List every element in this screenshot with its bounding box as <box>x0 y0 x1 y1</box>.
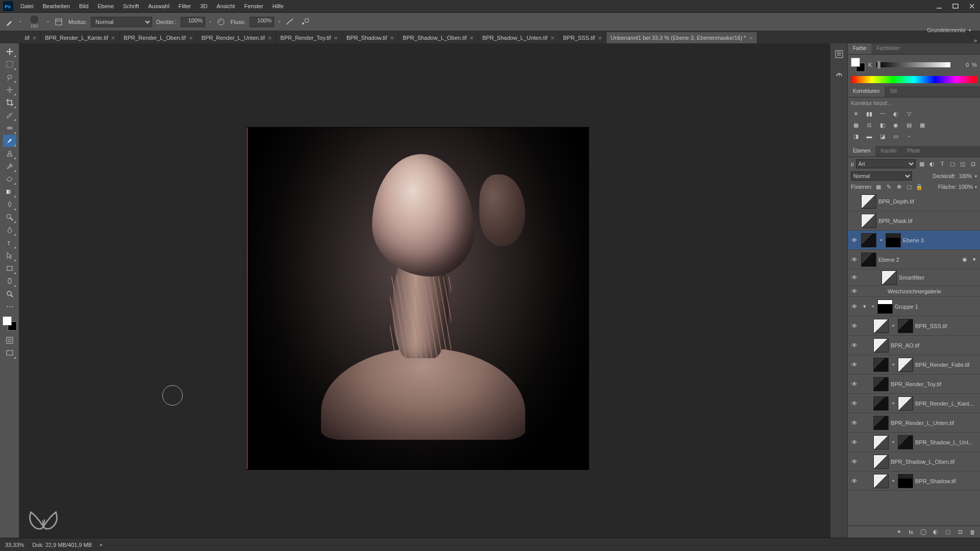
layer-name[interactable]: BPR_SSS.tif <box>915 323 978 329</box>
gradient-tool[interactable] <box>3 186 16 198</box>
healing-tool[interactable] <box>3 122 16 134</box>
status-arrow-icon[interactable]: ▸ <box>100 541 103 548</box>
layer-name[interactable]: BPR_Render_Toy.tif <box>891 381 978 387</box>
layer-row[interactable]: 👁BPR_Shadow_L_Oben.tif <box>848 452 980 471</box>
menu-auswahl[interactable]: Auswahl <box>144 1 174 11</box>
visibility-toggle[interactable]: 👁 <box>850 419 859 427</box>
visibility-toggle[interactable]: 👁 <box>850 256 859 263</box>
lock-pixels-icon[interactable]: ▦ <box>874 183 883 191</box>
lock-paint-icon[interactable]: ✎ <box>885 183 893 191</box>
lock-all-icon[interactable]: 🔒 <box>915 183 923 191</box>
visibility-toggle[interactable]: 👁 <box>850 478 859 485</box>
layer-thumbnail[interactable] <box>873 435 889 449</box>
layer-filter-select[interactable]: Art <box>856 159 916 168</box>
layer-name[interactable]: BPR_Shadow_L_Unt... <box>915 439 978 445</box>
layer-row[interactable]: 👁Ebene 2◉▾ <box>848 250 980 269</box>
layer-thumbnail[interactable] <box>873 396 889 411</box>
close-icon[interactable]: × <box>551 34 555 42</box>
close-icon[interactable]: × <box>390 34 394 42</box>
layer-thumbnail[interactable] <box>873 358 889 372</box>
window-maximize-button[interactable] <box>949 2 962 10</box>
layer-thumbnail[interactable] <box>873 319 889 333</box>
menu-bearbeiten[interactable]: Bearbeiten <box>39 1 74 11</box>
color-value[interactable]: 0 <box>953 62 969 68</box>
airbrush-icon[interactable] <box>284 16 296 28</box>
layer-name[interactable]: Smartfilter <box>899 274 978 281</box>
history-brush-tool[interactable] <box>3 160 16 172</box>
layer-thumbnail[interactable] <box>861 214 876 228</box>
delete-layer-icon[interactable]: 🗑 <box>968 528 977 537</box>
marquee-tool[interactable] <box>3 58 16 70</box>
filter-pixel-icon[interactable]: ▦ <box>918 160 926 168</box>
close-icon[interactable]: × <box>268 34 272 42</box>
visibility-toggle[interactable]: 👁 <box>850 303 859 310</box>
quickmask-icon[interactable] <box>3 334 16 346</box>
brush-preset-picker[interactable]: 150 <box>26 14 43 30</box>
gradientmap-icon[interactable]: ▭ <box>891 132 901 141</box>
threshold-icon[interactable]: ◪ <box>877 132 888 141</box>
color-swatches[interactable] <box>3 316 17 331</box>
layer-row[interactable]: 👁⚭Ebene 3 <box>848 231 980 250</box>
layer-row[interactable]: 👁BPR_Render_L_Unten.tif <box>848 413 980 433</box>
chevron-down-icon[interactable]: ▾ <box>47 19 49 24</box>
close-icon[interactable]: × <box>598 34 602 42</box>
document-tab[interactable]: BPR_SSS.tif× <box>559 32 606 43</box>
tabs-overflow-icon[interactable]: » <box>971 37 980 43</box>
menu-filter[interactable]: Filter <box>175 1 195 11</box>
canvas-area[interactable] <box>19 43 830 538</box>
layer-opacity-value[interactable]: 100% <box>959 173 972 179</box>
clone-stamp-tool[interactable] <box>3 147 16 160</box>
layer-thumbnail[interactable] <box>861 194 876 209</box>
colorlookup-icon[interactable]: ▦ <box>917 120 927 130</box>
brush-panel-toggle-icon[interactable] <box>53 16 64 28</box>
dodge-tool[interactable] <box>3 211 16 223</box>
layer-row[interactable]: 👁⚭BPR_Render_Falle.tif <box>848 355 980 374</box>
menu-ebene[interactable]: Ebene <box>93 1 118 11</box>
menu-schrift[interactable]: Schrift <box>119 1 143 11</box>
selective-icon[interactable]: ▫ <box>904 132 914 141</box>
visibility-toggle[interactable]: 👁 <box>850 361 859 368</box>
layer-thumbnail[interactable] <box>898 358 913 372</box>
new-adjustment-icon[interactable]: ◐ <box>931 528 940 537</box>
document-tab[interactable]: BPR_Shadow_L_Unten.tif× <box>478 32 559 43</box>
bw-icon[interactable]: ◧ <box>877 120 888 130</box>
crop-tool[interactable] <box>3 96 16 109</box>
filter-toggle-icon[interactable]: ⊡ <box>969 160 977 168</box>
hand-tool[interactable] <box>3 275 16 287</box>
link-layers-icon[interactable]: ⚭ <box>894 528 903 537</box>
tab-paths[interactable]: Pfade <box>902 146 925 157</box>
fill-value[interactable]: 100% <box>959 184 973 190</box>
close-icon[interactable]: × <box>33 34 37 42</box>
opacity-field[interactable]: 100% <box>181 17 205 27</box>
new-layer-icon[interactable]: ⊡ <box>955 528 965 537</box>
hue-icon[interactable]: ▦ <box>851 120 861 130</box>
close-icon[interactable]: × <box>189 34 193 42</box>
chevron-down-icon[interactable]: ▾ <box>278 19 280 24</box>
close-icon[interactable]: × <box>470 34 474 42</box>
workspace-switcher[interactable]: Grundelemente ▾ <box>927 25 971 35</box>
document-tab[interactable]: .tif× <box>19 32 41 43</box>
layer-row[interactable]: BPR_Mask.tif <box>848 211 980 231</box>
layer-thumbnail[interactable] <box>877 299 893 314</box>
layer-thumbnail[interactable] <box>886 233 901 247</box>
blur-tool[interactable] <box>3 198 16 211</box>
tab-adjustments[interactable]: Korrekturen <box>848 86 885 97</box>
invert-icon[interactable]: ◨ <box>851 132 861 141</box>
layer-row[interactable]: 👁Smartfilter <box>848 269 980 286</box>
pressure-opacity-icon[interactable] <box>215 16 227 28</box>
layer-row[interactable]: 👁⚭BPR_Shadow_L_Unt... <box>848 433 980 452</box>
document-tab[interactable]: BPR_Render_L_Kante.tif× <box>41 32 119 43</box>
layer-row[interactable]: 👁⚭BPR_Render_L_Kant... <box>848 394 980 413</box>
layer-thumbnail[interactable] <box>898 396 913 411</box>
document-tab[interactable]: BPR_Render_L_Unten.tif× <box>198 32 277 43</box>
new-group-icon[interactable]: ▢ <box>943 528 952 537</box>
document-tab[interactable]: BPR_Render_L_Oben.tif× <box>119 32 197 43</box>
layer-name[interactable]: BPR_AO.tif <box>891 342 978 348</box>
layer-name[interactable]: Gruppe 1 <box>895 304 978 310</box>
brush-tool[interactable] <box>3 135 16 147</box>
zoom-tool[interactable] <box>3 288 16 300</box>
menu-hilfe[interactable]: Hilfe <box>268 1 288 11</box>
color-swatch-pair[interactable] <box>851 58 865 72</box>
layer-row[interactable]: 👁BPR_AO.tif <box>848 336 980 355</box>
zoom-level[interactable]: 33,33% <box>5 542 24 548</box>
